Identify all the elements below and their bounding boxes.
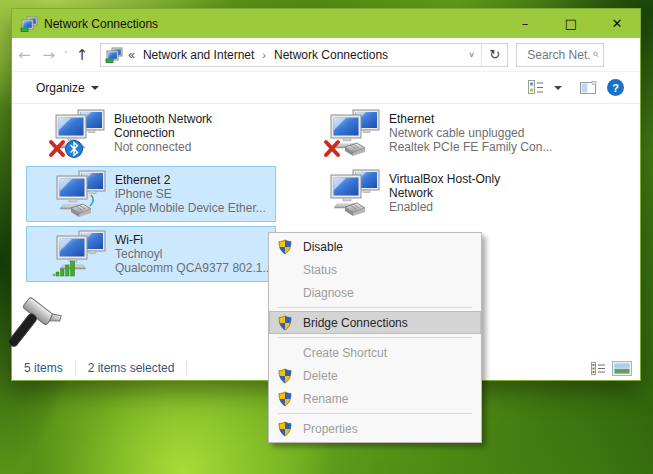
large-icons-view-toggle-icon[interactable] (612, 361, 632, 376)
address-dropdown-icon[interactable]: ˅ (462, 50, 481, 60)
connection-tile-ethernet-2[interactable]: Ethernet 2iPhone SEApple Mobile Device E… (26, 166, 276, 222)
up-icon[interactable]: ↑ (70, 46, 95, 64)
connection-icon (49, 230, 111, 280)
connection-icon (323, 169, 385, 219)
connection-text: VirtualBox Host-Only NetworkEnabled (389, 166, 547, 214)
menu-item-label: Create Shortcut (303, 346, 387, 360)
desktop: { "window": { "title": "Network Connecti… (0, 0, 653, 474)
menu-separator (278, 337, 472, 338)
hammer-cursor-icon (8, 297, 64, 359)
breadcrumb-collapse-chevrons[interactable]: « (128, 48, 135, 62)
connection-icon (323, 109, 385, 159)
refresh-icon[interactable]: ↻ (481, 44, 507, 66)
connection-text: Bluetooth Network ConnectionNot connecte… (114, 106, 272, 154)
breadcrumb-separator-icon: › (256, 49, 272, 61)
menu-item-label: Rename (303, 392, 348, 406)
menu-item-label: Bridge Connections (303, 316, 408, 330)
close-button[interactable]: ✕ (594, 9, 640, 38)
menu-item-label: Disable (303, 240, 343, 254)
connection-tile-bluetooth-network-connection[interactable]: Bluetooth Network ConnectionNot connecte… (26, 106, 276, 162)
connection-name: VirtualBox Host-Only Network (389, 172, 547, 200)
change-view-dropdown-icon[interactable] (554, 86, 562, 90)
search-box[interactable] (516, 43, 604, 67)
connection-text: Wi-FiTechnoylQualcomm QCA9377 802.1.. (115, 227, 269, 275)
menu-item-label: Properties (303, 422, 358, 436)
connection-tile-wi-fi[interactable]: Wi-FiTechnoylQualcomm QCA9377 802.1.. (26, 226, 276, 282)
menu-item-diagnose: Diagnose (269, 281, 481, 304)
menu-item-label: Diagnose (303, 286, 354, 300)
command-toolbar: Organize ? (12, 72, 640, 104)
status-separator (186, 361, 187, 375)
uac-shield-icon (277, 315, 295, 331)
menu-separator (278, 307, 472, 308)
menu-item-status: Status (269, 258, 481, 281)
connection-detail: Qualcomm QCA9377 802.1.. (115, 261, 269, 275)
recent-locations-chevron-icon[interactable]: ˅ (61, 50, 70, 60)
menu-icon-spacer (277, 285, 295, 301)
menu-item-bridge-connections[interactable]: Bridge Connections (269, 311, 481, 334)
menu-item-label: Status (303, 263, 337, 277)
menu-icon-spacer (277, 262, 295, 278)
menu-separator (278, 413, 472, 414)
context-menu: DisableStatusDiagnose Bridge Connections… (268, 232, 482, 443)
breadcrumb-location-icon (105, 47, 123, 63)
connection-tile-virtualbox-host-only-network[interactable]: VirtualBox Host-Only NetworkEnabled (301, 166, 551, 222)
uac-shield-icon (277, 421, 295, 437)
preview-pane-icon[interactable] (580, 81, 597, 95)
organize-label: Organize (36, 81, 85, 95)
connection-detail: Apple Mobile Device Ether... (115, 201, 266, 215)
help-icon[interactable]: ? (607, 79, 624, 96)
connection-icon (49, 170, 111, 220)
items-count: 5 items (12, 361, 75, 375)
connection-text: EthernetNetwork cable unpluggedRealtek P… (389, 106, 552, 154)
connection-tile-ethernet[interactable]: EthernetNetwork cable unpluggedRealtek P… (301, 106, 551, 162)
window-title: Network Connections (44, 17, 158, 31)
menu-item-delete: Delete (269, 364, 481, 387)
connection-name: Ethernet 2 (115, 173, 266, 187)
connection-detail: iPhone SE (115, 187, 266, 201)
connection-name: Bluetooth Network Connection (114, 112, 272, 140)
breadcrumb-network-connections[interactable]: Network Connections (272, 48, 390, 62)
maximize-button[interactable]: □ (548, 9, 594, 38)
connection-text: Ethernet 2iPhone SEApple Mobile Device E… (115, 167, 266, 215)
minimize-button[interactable]: – (502, 9, 548, 38)
menu-item-create-shortcut: Create Shortcut (269, 341, 481, 364)
search-icon (593, 48, 599, 61)
breadcrumb-network-and-internet[interactable]: Network and Internet (141, 48, 256, 62)
address-bar: ← → ˅ ↑ « Network and Internet › Network… (12, 38, 640, 72)
connection-name: Wi-Fi (115, 233, 269, 247)
uac-shield-icon (277, 368, 295, 384)
search-input[interactable] (525, 47, 593, 63)
details-view-toggle-icon[interactable] (591, 362, 606, 375)
menu-item-properties: Properties (269, 417, 481, 440)
menu-item-rename: Rename (269, 387, 481, 410)
address-box[interactable]: « Network and Internet › Network Connect… (100, 43, 508, 67)
title-bar[interactable]: Network Connections –□✕ (12, 9, 640, 38)
caption-buttons: –□✕ (502, 9, 640, 38)
connection-detail: Technoyl (115, 247, 269, 261)
uac-shield-icon (277, 391, 295, 407)
menu-item-disable[interactable]: Disable (269, 235, 481, 258)
back-icon: ← (12, 46, 37, 64)
organize-button[interactable]: Organize (36, 81, 99, 95)
connection-name: Ethernet (389, 112, 547, 126)
network-connections-app-icon (20, 16, 38, 32)
menu-icon-spacer (277, 345, 295, 361)
connection-detail: Enabled (389, 200, 547, 214)
forward-icon: → (37, 46, 62, 64)
connection-icon (48, 109, 110, 159)
menu-item-label: Delete (303, 369, 338, 383)
change-view-icon[interactable] (528, 80, 544, 95)
uac-shield-icon (277, 239, 295, 255)
connection-detail: Realtek PCIe FE Family Con... (389, 140, 552, 154)
selected-count: 2 items selected (76, 361, 187, 375)
connection-detail: Not connected (114, 140, 272, 154)
connection-detail: Network cable unplugged (389, 126, 552, 140)
organize-dropdown-icon (91, 86, 99, 90)
